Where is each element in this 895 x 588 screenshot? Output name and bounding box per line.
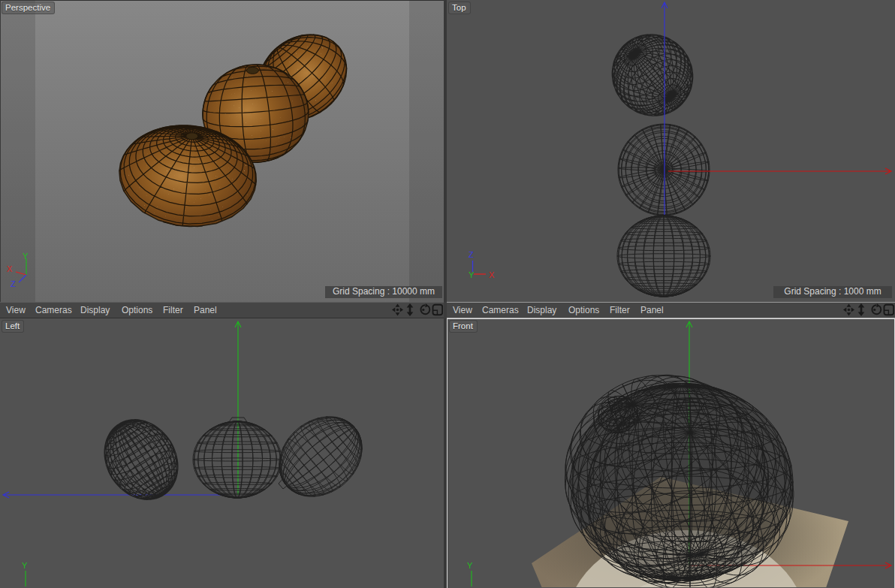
svg-text:Z: Z — [11, 279, 16, 288]
svg-text:Y: Y — [22, 561, 28, 570]
svg-text:Z: Z — [469, 250, 474, 259]
svg-text:Y: Y — [469, 270, 475, 279]
svg-text:Y: Y — [23, 252, 29, 261]
svg-text:X: X — [489, 270, 495, 279]
svg-text:X: X — [7, 264, 13, 273]
svg-text:Y: Y — [467, 561, 473, 570]
